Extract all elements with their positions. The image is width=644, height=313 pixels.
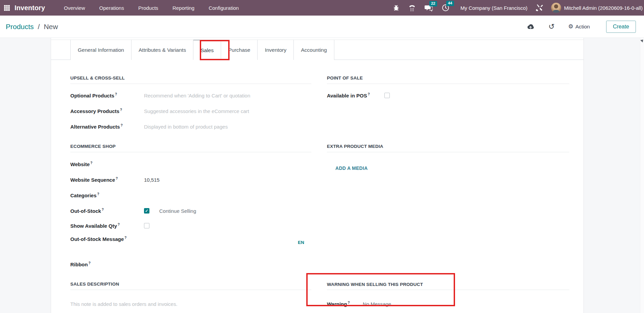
action-menu-button[interactable]: ⚙ Action <box>568 23 590 30</box>
help-icon[interactable]: ? <box>348 301 350 305</box>
help-icon[interactable]: ? <box>368 92 370 96</box>
user-avatar[interactable] <box>551 3 561 13</box>
help-icon[interactable]: ? <box>97 192 99 196</box>
activities-count-badge[interactable]: 44 <box>446 1 454 6</box>
apps-menu-icon[interactable] <box>4 5 10 11</box>
menu-configuration[interactable]: Configuration <box>209 5 239 11</box>
optional-products-input[interactable]: Recommend when 'Adding to Cart' or quota… <box>144 93 250 98</box>
action-label: Action <box>575 24 590 30</box>
section-extra-media-title: EXTRA PRODUCT MEDIA <box>327 144 569 152</box>
help-icon[interactable]: ? <box>102 208 104 211</box>
discard-undo-icon[interactable]: ↺ <box>548 23 554 30</box>
vertical-scrollbar[interactable] <box>640 38 644 313</box>
field-out-of-stock: Out-of-Stock? ✓ Continue Selling <box>70 206 311 216</box>
debug-bug-icon[interactable] <box>393 4 400 11</box>
menu-reporting[interactable]: Reporting <box>172 5 194 11</box>
ribbon-label: Ribbon? <box>70 261 144 267</box>
out-of-stock-checkbox[interactable]: ✓ <box>144 208 149 214</box>
accessory-products-label: Accessory Products? <box>70 108 144 114</box>
support-tools-icon[interactable] <box>535 4 544 12</box>
show-available-qty-checkbox[interactable] <box>144 223 149 228</box>
help-icon[interactable]: ? <box>121 124 123 127</box>
optional-products-label: Optional Products? <box>70 92 144 98</box>
field-warning: Warning? No Message <box>327 299 569 309</box>
alternative-products-label: Alternative Products? <box>70 124 144 130</box>
categories-label: Categories? <box>70 192 144 198</box>
out-of-stock-message-label: Out-of-Stock Message? <box>70 236 144 242</box>
breadcrumb-current: New <box>44 23 58 30</box>
help-icon[interactable]: ? <box>118 223 120 226</box>
help-icon[interactable]: ? <box>124 236 126 240</box>
breadcrumb-separator: / <box>38 23 40 30</box>
menu-products[interactable]: Products <box>138 5 158 11</box>
website-sequence-input[interactable]: 10,515 <box>144 177 160 183</box>
help-icon[interactable]: ? <box>115 92 117 96</box>
form-view: General Information Attributes & Variant… <box>0 38 644 313</box>
help-icon[interactable]: ? <box>90 161 92 165</box>
out-of-stock-label: Out-of-Stock? <box>70 208 144 214</box>
scrollbar-thumb[interactable] <box>640 38 644 42</box>
field-accessory-products: Accessory Products? Suggested accessorie… <box>70 106 311 116</box>
user-menu[interactable]: Mitchell Admin (20620609-16-0-all) <box>564 5 644 11</box>
sales-description-input[interactable]: This note is added to sales orders and i… <box>70 301 177 307</box>
section-warning-title: WARNING WHEN SELLING THIS PRODUCT <box>327 282 569 290</box>
field-out-of-stock-message: Out-of-Stock Message? EN <box>70 236 311 251</box>
accessory-products-input[interactable]: Suggested accessories in the eCommerce c… <box>144 108 249 114</box>
field-website: Website? <box>70 159 311 169</box>
field-website-sequence: Website Sequence? 10,515 <box>70 175 311 184</box>
section-sales-description-title: SALES DESCRIPTION <box>70 282 311 290</box>
help-icon[interactable]: ? <box>116 177 118 180</box>
field-ribbon: Ribbon? <box>70 260 311 269</box>
warning-select[interactable]: No Message <box>363 301 391 307</box>
alternative-products-input[interactable]: Displayed in bottom of product pages <box>144 124 228 130</box>
menu-operations[interactable]: Operations <box>99 5 124 11</box>
menu-overview[interactable]: Overview <box>64 5 85 11</box>
check-icon: ✓ <box>145 208 148 213</box>
top-navbar: Inventory Overview Operations Products R… <box>0 0 644 16</box>
field-categories: Categories? <box>70 191 311 200</box>
website-sequence-label: Website Sequence? <box>70 177 144 183</box>
available-in-pos-label: Available in POS? <box>327 92 384 98</box>
form-right-column: POINT OF SALE Available in POS? EXTRA PR… <box>327 38 569 313</box>
language-badge[interactable]: EN <box>298 240 304 245</box>
field-sales-description: This note is added to sales orders and i… <box>70 299 311 309</box>
add-a-media-button[interactable]: ADD A MEDIA <box>335 165 368 171</box>
section-pos-title: POINT OF SALE <box>327 75 569 84</box>
nav-menus: Overview Operations Products Reporting C… <box>64 5 239 11</box>
cloud-save-icon[interactable] <box>526 23 535 30</box>
continue-selling-label: Continue Selling <box>159 208 196 214</box>
field-optional-products: Optional Products? Recommend when 'Addin… <box>70 91 311 100</box>
field-show-available-qty: Show Available Qty? <box>70 221 311 230</box>
app-name[interactable]: Inventory <box>15 4 45 12</box>
gear-icon: ⚙ <box>568 23 573 30</box>
available-in-pos-checkbox[interactable] <box>384 93 390 98</box>
field-available-in-pos: Available in POS? <box>327 91 569 100</box>
field-alternative-products: Alternative Products? Displayed in botto… <box>70 122 311 131</box>
breadcrumb: Products / New <box>6 23 58 31</box>
create-button[interactable]: Create <box>606 21 636 33</box>
show-available-qty-label: Show Available Qty? <box>70 223 144 229</box>
messages-count-badge[interactable]: 22 <box>429 1 437 6</box>
warning-label: Warning? <box>327 301 363 307</box>
messages-icon[interactable]: 22 <box>425 4 433 12</box>
section-ecommerce-title: ECOMMERCE SHOP <box>70 144 311 152</box>
voip-phone-icon[interactable] <box>408 4 416 12</box>
form-left-column: UPSELL & CROSS-SELL Optional Products? R… <box>70 38 311 313</box>
company-switcher[interactable]: My Company (San Francisco) <box>460 5 527 11</box>
control-panel: Products / New ↺ ⚙ Action Create <box>0 16 644 38</box>
form-sheet: General Information Attributes & Variant… <box>51 38 584 313</box>
website-label: Website? <box>70 161 144 167</box>
section-upsell-title: UPSELL & CROSS-SELL <box>70 75 311 84</box>
help-icon[interactable]: ? <box>120 108 122 112</box>
help-icon[interactable]: ? <box>89 261 91 265</box>
activities-clock-icon[interactable]: 44 <box>442 4 450 12</box>
breadcrumb-products-link[interactable]: Products <box>6 23 34 30</box>
warning-section-underline <box>327 290 569 290</box>
